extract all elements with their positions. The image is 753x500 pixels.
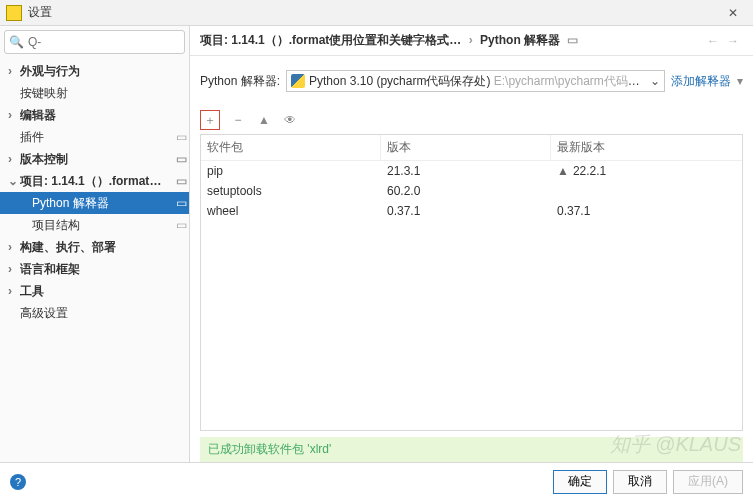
sidebar-item-label: 按键映射 xyxy=(20,85,173,102)
dialog-footer: ? 确定 取消 应用(A) xyxy=(0,462,753,500)
sidebar-item-label: 项目: 1.14.1（）.format使用位置和: xyxy=(20,173,173,190)
sidebar-item[interactable]: 插件▭ xyxy=(0,126,189,148)
search-input[interactable]: 🔍 xyxy=(4,30,185,54)
table-row[interactable]: pip21.3.1▲22.2.1 xyxy=(201,161,742,181)
sidebar-item[interactable]: 项目结构▭ xyxy=(0,214,189,236)
sidebar-item[interactable]: ›构建、执行、部署 xyxy=(0,236,189,258)
badge-icon: ▭ xyxy=(173,218,189,232)
interpreter-value: Python 3.10 (pycharm代码保存处) E:\pycharm\py… xyxy=(309,73,650,90)
chevron-down-icon: ⌄ xyxy=(650,74,660,88)
interpreter-row: Python 解释器: Python 3.10 (pycharm代码保存处) E… xyxy=(190,56,753,106)
badge-icon: ▭ xyxy=(173,152,189,166)
sidebar-item-label: 高级设置 xyxy=(20,305,173,322)
expand-icon: ⌄ xyxy=(8,174,20,188)
interpreter-label: Python 解释器: xyxy=(200,73,280,90)
breadcrumb-part[interactable]: Python 解释器 xyxy=(480,33,560,47)
expand-icon: › xyxy=(8,64,20,78)
titlebar: 设置 ✕ xyxy=(0,0,753,26)
col-package[interactable]: 软件包 xyxy=(201,135,381,160)
sidebar-item-label: 语言和框架 xyxy=(20,261,173,278)
cell-latest: 0.37.1 xyxy=(551,201,742,221)
badge-icon: ▭ xyxy=(173,130,189,144)
sidebar-item-label: 工具 xyxy=(20,283,173,300)
cell-package: pip xyxy=(201,161,381,181)
sidebar-item[interactable]: ›外观与行为 xyxy=(0,60,189,82)
cell-version: 21.3.1 xyxy=(381,161,551,181)
sidebar-item[interactable]: ›工具 xyxy=(0,280,189,302)
sidebar-item[interactable]: Python 解释器▭ xyxy=(0,192,189,214)
reset-icon[interactable]: ▭ xyxy=(567,33,578,47)
cell-version: 60.2.0 xyxy=(381,181,551,201)
expand-icon: › xyxy=(8,262,20,276)
forward-icon[interactable]: → xyxy=(723,34,743,48)
col-latest[interactable]: 最新版本 xyxy=(551,135,742,160)
sidebar-item-label: 项目结构 xyxy=(32,217,173,234)
chevron-right-icon: › xyxy=(469,33,473,47)
package-toolbar: ＋ − ▲ 👁 xyxy=(190,106,753,134)
remove-package-button[interactable]: − xyxy=(230,112,246,128)
sidebar-item[interactable]: ⌄项目: 1.14.1（）.format使用位置和:▭ xyxy=(0,170,189,192)
app-icon xyxy=(6,5,22,21)
table-header: 软件包 版本 最新版本 xyxy=(201,135,742,161)
help-button[interactable]: ? xyxy=(10,474,26,490)
expand-icon: › xyxy=(8,240,20,254)
expand-icon: › xyxy=(8,108,20,122)
dropdown-icon[interactable]: ▾ xyxy=(737,74,743,88)
col-version[interactable]: 版本 xyxy=(381,135,551,160)
expand-icon: › xyxy=(8,284,20,298)
package-table: 软件包 版本 最新版本 pip21.3.1▲22.2.1setuptools60… xyxy=(200,134,743,431)
expand-icon: › xyxy=(8,152,20,166)
python-icon xyxy=(291,74,305,88)
sidebar-item[interactable]: ›编辑器 xyxy=(0,104,189,126)
badge-icon: ▭ xyxy=(173,174,189,188)
sidebar-item[interactable]: 高级设置 xyxy=(0,302,189,324)
sidebar-item-label: Python 解释器 xyxy=(32,195,173,212)
cell-version: 0.37.1 xyxy=(381,201,551,221)
table-body: pip21.3.1▲22.2.1setuptools60.2.0wheel0.3… xyxy=(201,161,742,430)
add-package-button[interactable]: ＋ xyxy=(200,110,220,130)
table-row[interactable]: setuptools60.2.0 xyxy=(201,181,742,201)
search-icon: 🔍 xyxy=(9,35,24,49)
settings-tree: ›外观与行为按键映射›编辑器插件▭›版本控制▭⌄项目: 1.14.1（）.for… xyxy=(0,58,189,462)
window-title: 设置 xyxy=(28,4,719,21)
upgrade-icon: ▲ xyxy=(557,164,569,178)
sidebar-item-label: 构建、执行、部署 xyxy=(20,239,173,256)
sidebar-item[interactable]: 按键映射 xyxy=(0,82,189,104)
interpreter-select[interactable]: Python 3.10 (pycharm代码保存处) E:\pycharm\py… xyxy=(286,70,665,92)
upgrade-package-button[interactable]: ▲ xyxy=(256,112,272,128)
breadcrumb: 项目: 1.14.1（）.format使用位置和关键字格式… › Python … xyxy=(190,26,753,56)
search-field[interactable] xyxy=(28,35,180,49)
sidebar-item-label: 版本控制 xyxy=(20,151,173,168)
ok-button[interactable]: 确定 xyxy=(553,470,607,494)
sidebar: 🔍 ›外观与行为按键映射›编辑器插件▭›版本控制▭⌄项目: 1.14.1（）.f… xyxy=(0,26,190,462)
cancel-button[interactable]: 取消 xyxy=(613,470,667,494)
cell-package: wheel xyxy=(201,201,381,221)
cell-latest: ▲22.2.1 xyxy=(551,161,742,181)
add-interpreter-link[interactable]: 添加解释器 xyxy=(671,73,731,90)
sidebar-item[interactable]: ›版本控制▭ xyxy=(0,148,189,170)
sidebar-item[interactable]: ›语言和框架 xyxy=(0,258,189,280)
sidebar-item-label: 编辑器 xyxy=(20,107,173,124)
close-icon[interactable]: ✕ xyxy=(719,6,747,20)
sidebar-item-label: 外观与行为 xyxy=(20,63,173,80)
breadcrumb-part[interactable]: 项目: 1.14.1（）.format使用位置和关键字格式… xyxy=(200,33,461,47)
apply-button[interactable]: 应用(A) xyxy=(673,470,743,494)
sidebar-item-label: 插件 xyxy=(20,129,173,146)
back-icon[interactable]: ← xyxy=(703,34,723,48)
cell-latest xyxy=(551,181,742,201)
status-message: 已成功卸载软件包 'xlrd' xyxy=(200,437,743,462)
table-row[interactable]: wheel0.37.10.37.1 xyxy=(201,201,742,221)
badge-icon: ▭ xyxy=(173,196,189,210)
show-icon[interactable]: 👁 xyxy=(282,112,298,128)
cell-package: setuptools xyxy=(201,181,381,201)
